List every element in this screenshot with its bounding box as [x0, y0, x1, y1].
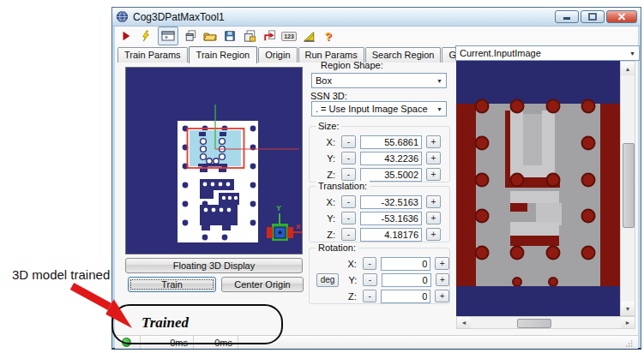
- run-button[interactable]: [118, 28, 134, 44]
- center-origin-button[interactable]: Center Origin: [221, 277, 304, 292]
- region-shape-label: Region Shape:: [321, 60, 383, 70]
- increment-button[interactable]: +: [435, 290, 449, 302]
- close-button[interactable]: [606, 10, 637, 23]
- axis-label: Y:: [342, 275, 357, 285]
- scroll-right-icon[interactable]: ►: [621, 317, 635, 328]
- scroll-left-icon[interactable]: ◄: [457, 317, 471, 328]
- constants-button[interactable]: 123: [281, 28, 297, 44]
- increment-button[interactable]: +: [436, 273, 449, 286]
- resize-grip[interactable]: [626, 336, 638, 349]
- rotation-y-input[interactable]: [382, 273, 431, 287]
- show-image-button[interactable]: [158, 27, 178, 45]
- translation-group: Translation: X: - + Y: - + Z: -: [309, 186, 450, 242]
- axis-label: Z:: [341, 291, 357, 302]
- decrement-button[interactable]: -: [341, 135, 356, 148]
- translation-z-row: Z: - +: [310, 226, 449, 242]
- size-x-input[interactable]: [360, 135, 422, 149]
- measure-button[interactable]: [301, 28, 316, 44]
- increment-button[interactable]: +: [426, 152, 441, 165]
- close-icon: [617, 13, 626, 21]
- train-region-3d-display[interactable]: Y X: [125, 67, 303, 254]
- size-x-row: X: - +: [310, 134, 449, 150]
- tab-origin[interactable]: Origin: [258, 47, 297, 63]
- title-bar[interactable]: Cog3DPatMaxTool1: [112, 8, 641, 27]
- help-icon: ?: [325, 30, 332, 43]
- chevron-down-icon: ▼: [436, 78, 442, 84]
- region-shape-value: Box: [316, 75, 332, 86]
- decrement-button[interactable]: -: [341, 168, 356, 181]
- ssn-3d-combo[interactable]: . = Use Input Image Space ▼: [311, 101, 447, 117]
- save-button[interactable]: [222, 28, 238, 44]
- maximize-button[interactable]: [581, 10, 605, 23]
- size-z-input[interactable]: [360, 168, 422, 182]
- input-image-source-value: Current.InputImage: [460, 48, 541, 58]
- increment-button[interactable]: +: [426, 168, 441, 181]
- copy-results-button[interactable]: [242, 28, 257, 44]
- copy-badge-icon: [244, 30, 256, 42]
- rotation-z-input[interactable]: [381, 290, 430, 303]
- gizmo-y-label: Y: [276, 204, 281, 212]
- minimize-button[interactable]: [555, 10, 579, 23]
- electric-run-button[interactable]: [138, 28, 153, 44]
- image-window-icon: [161, 30, 175, 42]
- increment-button[interactable]: +: [426, 195, 441, 208]
- size-y-input[interactable]: [360, 152, 422, 165]
- run-time-cell: 0ms: [141, 336, 194, 349]
- rotation-z-row: Z: - +: [310, 288, 449, 304]
- rotation-legend: Rotation:: [316, 242, 358, 253]
- axis-label: Z:: [322, 170, 335, 180]
- train-button[interactable]: Train: [128, 277, 216, 292]
- status-green-dot-icon: [122, 338, 131, 347]
- rotation-group: Rotation: X: - + deg Y: - +: [309, 248, 450, 304]
- floating-3d-display-button[interactable]: Floating 3D Display: [125, 258, 303, 273]
- translation-x-input[interactable]: [360, 195, 422, 209]
- lightning-icon: [140, 30, 152, 42]
- scroll-up-icon[interactable]: ▲: [621, 62, 635, 75]
- size-group: Size: X: - + Y: - + Z: -: [309, 126, 450, 182]
- help-button[interactable]: ?: [321, 28, 336, 44]
- app-icon: [116, 10, 129, 23]
- status-indicator-cell: [115, 336, 141, 349]
- translation-z-input[interactable]: [360, 228, 422, 242]
- tab-train-region[interactable]: Train Region: [189, 46, 258, 63]
- decrement-button[interactable]: -: [341, 212, 356, 224]
- axis-label: X:: [341, 259, 357, 269]
- increment-button[interactable]: +: [435, 257, 449, 270]
- horizontal-scrollbar[interactable]: ◄ ►: [456, 316, 635, 329]
- decrement-button[interactable]: -: [363, 273, 376, 286]
- deg-units-button[interactable]: deg: [316, 273, 339, 287]
- decrement-button[interactable]: -: [363, 290, 377, 302]
- scroll-down-icon[interactable]: ▼: [621, 302, 635, 315]
- vertical-scroll-thumb[interactable]: [623, 143, 635, 228]
- copy-tool-button[interactable]: [183, 28, 198, 44]
- process-time-cell: 0ms: [194, 336, 238, 349]
- decrement-button[interactable]: -: [341, 228, 356, 241]
- input-image-display[interactable]: [456, 61, 620, 316]
- input-image-source-combo[interactable]: Current.InputImage ▼: [455, 45, 640, 61]
- decrement-button[interactable]: -: [363, 257, 377, 270]
- import-button[interactable]: [262, 28, 277, 44]
- trained-status-text: Trained: [141, 314, 189, 332]
- increment-button[interactable]: +: [426, 212, 441, 224]
- open-button[interactable]: [202, 28, 218, 44]
- translation-y-input[interactable]: [360, 212, 422, 225]
- region-shape-combo[interactable]: Box ▼: [311, 73, 447, 88]
- app-window: Cog3DPatMaxTool1: [111, 7, 641, 350]
- increment-button[interactable]: +: [426, 228, 441, 241]
- lower-brick: [200, 179, 239, 230]
- tab-train-params[interactable]: Train Params: [117, 47, 188, 63]
- maximize-icon: [588, 13, 597, 21]
- vertical-scrollbar[interactable]: ▲ ▼: [620, 61, 635, 316]
- gizmo-x-label: X: [296, 223, 301, 230]
- numbers-123-icon: 123: [281, 32, 297, 41]
- decrement-button[interactable]: -: [341, 152, 356, 165]
- rotation-x-input[interactable]: [381, 257, 430, 271]
- increment-button[interactable]: +: [426, 135, 441, 148]
- decrement-button[interactable]: -: [341, 195, 356, 208]
- ssn-3d-label: SSN 3D:: [310, 91, 347, 101]
- rotation-y-row: deg Y: - +: [310, 272, 449, 288]
- rotation-x-row: X: - +: [310, 255, 449, 272]
- horizontal-scroll-thumb[interactable]: [517, 319, 551, 328]
- ssn-3d-value: . = Use Input Image Space: [316, 104, 428, 114]
- window-title: Cog3DPatMaxTool1: [133, 11, 553, 23]
